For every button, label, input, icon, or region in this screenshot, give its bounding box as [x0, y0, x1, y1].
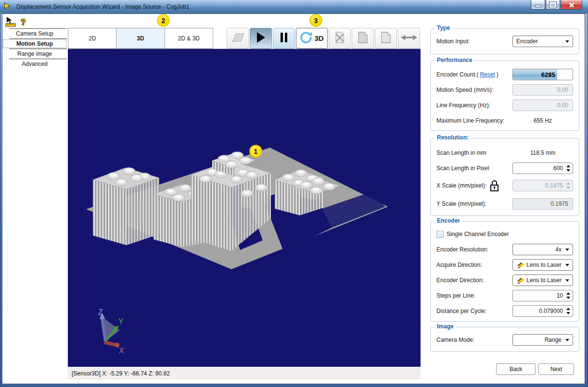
- encoder-group-title: Encoder: [435, 217, 462, 224]
- motion-speed-label: Motion Speed (mm/s):: [436, 87, 493, 93]
- play-icon: [256, 32, 266, 45]
- scan-length-mm-value: 118.5 mm: [512, 150, 573, 156]
- acquire-direction-label: Acquire Direction:: [436, 262, 482, 268]
- callout-badge-1: 1: [249, 145, 262, 158]
- distance-per-cycle-stepper[interactable]: 0.079000: [512, 305, 573, 317]
- spinner-arrows[interactable]: [566, 165, 570, 172]
- rotate-arrow-icon: [300, 31, 312, 45]
- reset-link[interactable]: Reset: [480, 71, 495, 78]
- x-scale-stepper: 0.1975: [512, 180, 573, 191]
- view-tabs: 2D 3D 2D & 3D: [68, 28, 213, 49]
- scan-length-px-stepper[interactable]: 600: [512, 162, 573, 174]
- tab-2d-and-3d[interactable]: 2D & 3D: [165, 28, 213, 48]
- clear-image-button[interactable]: [329, 28, 351, 49]
- scan-length-px-label: Scan Length in Pixel: [436, 165, 489, 172]
- app-icon: [4, 2, 13, 11]
- minimize-button[interactable]: [531, 0, 545, 10]
- steps-per-line-stepper[interactable]: 10: [512, 290, 573, 301]
- titlebar[interactable]: Displacement Sensor Acquisition Wizard -…: [0, 0, 588, 13]
- encoder-count-field[interactable]: 6285: [512, 69, 573, 80]
- max-line-frequency-label: Maximum Line Frequency:: [436, 117, 504, 124]
- resolution-group: Resolution: Scan Length in mm 118.5 mm S…: [430, 138, 579, 216]
- next-button[interactable]: Next: [538, 363, 574, 375]
- help-icon[interactable]: ?: [21, 18, 26, 27]
- sensor-direction-icon: [517, 262, 525, 268]
- play-button[interactable]: [250, 28, 272, 49]
- line-frequency-label: Line Frequency (Hz):: [436, 102, 490, 109]
- maximize-button[interactable]: [546, 0, 560, 10]
- encoder-count-fill: 6285: [513, 69, 557, 80]
- window-title: Displacement Sensor Acquisition Wizard -…: [16, 3, 190, 10]
- spinner-arrows[interactable]: [566, 308, 570, 314]
- sidebar-item-range-image[interactable]: Range Image: [2, 49, 67, 59]
- motion-input-select[interactable]: Encoder: [512, 36, 573, 47]
- callout-badge-3: 3: [309, 14, 322, 27]
- encoder-resolution-select[interactable]: 4x: [512, 244, 573, 255]
- performance-group-title: Performance: [435, 57, 474, 63]
- dashed-region-icon: [230, 32, 246, 44]
- spinner-arrows[interactable]: [566, 292, 570, 299]
- motion-speed-field: 0.00: [512, 84, 573, 96]
- type-group-title: Type: [435, 25, 452, 31]
- x-scale-label: X Scale (mm/pixel):: [436, 182, 486, 189]
- tab-2d[interactable]: 2D: [68, 28, 116, 48]
- rotate-3d-label: 3D: [314, 34, 323, 42]
- acquire-direction-select[interactable]: Lens to Laser: [512, 259, 573, 271]
- encoder-group: Encoder Single Channel Encoder Encoder R…: [430, 221, 579, 322]
- encoder-count-label: Encoder Count:(Reset): [436, 71, 499, 78]
- calibration-pointer-icon[interactable]: [5, 16, 16, 28]
- axis-triad: Z Y X: [98, 308, 124, 355]
- close-button[interactable]: [561, 0, 582, 10]
- horizontal-arrow-icon: [401, 34, 417, 43]
- chevron-down-icon: [565, 40, 569, 43]
- scan-length-mm-label: Scan Length in mm: [436, 150, 486, 156]
- callout-badge-2: 2: [157, 14, 170, 27]
- pan-button[interactable]: [398, 28, 420, 49]
- encoder-resolution-label: Encoder Resolution:: [436, 246, 488, 253]
- wizard-window: Displacement Sensor Acquisition Wizard -…: [0, 0, 588, 387]
- camera-mode-label: Camera Mode:: [436, 337, 474, 343]
- resolution-group-title: Resolution:: [435, 134, 471, 141]
- close-icon: [568, 2, 575, 8]
- line-frequency-field: 0.00: [512, 100, 573, 111]
- page-icon: [358, 31, 368, 45]
- load-image-button[interactable]: [375, 28, 397, 49]
- axis-y-label: Y: [118, 317, 124, 325]
- dialog-content: ? Camera Setup Motion Setup Range Image …: [2, 13, 585, 384]
- motion-input-label: Motion Input:: [436, 38, 470, 45]
- chevron-down-icon: [565, 339, 569, 341]
- pause-button[interactable]: [273, 28, 295, 49]
- camera-mode-select[interactable]: Range: [512, 334, 573, 346]
- performance-group: Performance Encoder Count:(Reset) 6285 M…: [430, 61, 579, 131]
- distance-per-cycle-label: Distance per Cycle:: [436, 308, 486, 314]
- page-icon: [381, 31, 391, 45]
- tab-3d[interactable]: 3D: [116, 28, 165, 48]
- axis-z-label: Z: [98, 308, 103, 316]
- type-group: Type Motion Input: Encoder: [430, 28, 579, 54]
- image-group: Image Camera Mode: Range: [430, 327, 579, 352]
- page-x-icon: [334, 31, 345, 45]
- spinner-arrows: [566, 182, 570, 189]
- pause-icon: [280, 32, 288, 44]
- y-scale-field: 0.1975: [512, 198, 573, 210]
- sidebar-item-motion-setup[interactable]: Motion Setup: [2, 39, 67, 49]
- wizard-step-list: Camera Setup Motion Setup Range Image Ad…: [2, 28, 67, 69]
- sidebar-item-advanced[interactable]: Advanced: [2, 59, 67, 69]
- sidebar-item-camera-setup[interactable]: Camera Setup: [2, 29, 67, 38]
- back-button[interactable]: Back: [496, 363, 536, 375]
- lock-icon[interactable]: [489, 179, 499, 192]
- single-channel-encoder-checkbox[interactable]: [436, 231, 444, 238]
- encoder-direction-label: Encoder Direction:: [436, 277, 484, 284]
- single-channel-encoder-label: Single Channel Encoder: [447, 231, 509, 237]
- encoder-direction-select[interactable]: Lens to Laser: [512, 275, 573, 286]
- acquisition-toolbar: 3D: [227, 28, 420, 49]
- chevron-down-icon: [565, 264, 569, 266]
- status-bar: [Sensor3D] X: -5.29 Y: -66.74 Z: 90.82: [68, 367, 421, 380]
- image-group-title: Image: [435, 323, 456, 330]
- 3d-view[interactable]: Z Y X: [68, 49, 421, 367]
- save-image-button[interactable]: [352, 28, 374, 49]
- minimize-icon: [535, 5, 541, 7]
- axis-x-label: X: [119, 347, 124, 355]
- rotate-3d-button[interactable]: 3D: [296, 28, 328, 49]
- region-select-button[interactable]: [227, 28, 249, 49]
